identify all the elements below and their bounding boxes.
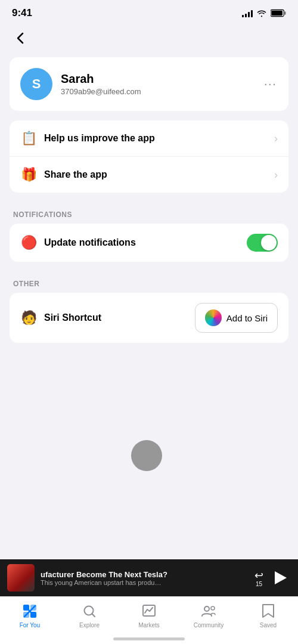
notifications-toggle[interactable] (247, 234, 278, 252)
share-icon: 🎁 (20, 167, 37, 182)
drag-handle[interactable] (131, 440, 162, 471)
replay-button[interactable]: ↩ 15 (254, 569, 263, 587)
help-chevron: › (274, 132, 278, 145)
siri-label: Siri Shortcut (44, 312, 101, 323)
profile-email: 3709ab9e@uifeed.com (61, 87, 141, 96)
svg-rect-1 (284, 11, 285, 15)
more-dots: ··· (264, 76, 277, 92)
share-label: Share the app (44, 169, 107, 180)
help-improve-item[interactable]: 📋 Help us improve the app › (10, 120, 288, 156)
back-button[interactable] (11, 29, 30, 48)
notification-icon: 🔴 (20, 235, 37, 250)
help-icon: 📋 (20, 131, 37, 146)
audio-info: ufacturer Become The Next Tesla? This yo… (41, 570, 249, 586)
header (0, 23, 298, 57)
wifi-icon (256, 9, 267, 17)
nav-item-saved[interactable]: Saved (238, 602, 298, 628)
nav-item-explore[interactable]: Explore (60, 602, 119, 628)
nav-label-saved: Saved (260, 622, 277, 628)
nav-label-community: Community (194, 622, 224, 628)
siri-shortcut-row: 🧑 Siri Shortcut Add to Siri (10, 293, 288, 343)
other-section-header: OTHER (0, 271, 298, 293)
share-app-item[interactable]: 🎁 Share the app › (10, 156, 288, 193)
help-label: Help us improve the app (44, 133, 155, 144)
profile-name: Sarah (61, 72, 141, 86)
notification-label: Update notifications (44, 237, 136, 248)
share-chevron: › (274, 169, 278, 181)
more-button[interactable]: ··· (259, 75, 278, 94)
status-bar: 9:41 (0, 0, 298, 23)
audio-title: ufacturer Become The Next Tesla? (41, 570, 249, 579)
profile-info: Sarah 3709ab9e@uifeed.com (61, 72, 141, 96)
for-you-icon (21, 603, 38, 620)
svg-point-13 (211, 606, 215, 610)
saved-icon (260, 603, 277, 620)
audio-subtitle: This young American upstart has produ… (41, 579, 249, 586)
nav-label-explore: Explore (79, 622, 100, 628)
siri-button-label: Add to Siri (226, 313, 268, 323)
replay-icon: ↩ (254, 569, 263, 582)
play-button[interactable] (271, 568, 291, 588)
home-indicator (113, 637, 185, 640)
markets-icon (141, 603, 157, 620)
siri-person-icon: 🧑 (20, 310, 37, 326)
svg-line-10 (92, 614, 95, 617)
play-icon (275, 571, 287, 584)
signal-icon (242, 9, 253, 17)
nav-label-markets: Markets (138, 622, 160, 628)
menu-card: 📋 Help us improve the app › 🎁 Share the … (10, 120, 288, 193)
avatar: S (20, 68, 52, 100)
add-to-siri-button[interactable]: Add to Siri (195, 303, 278, 333)
status-time: 9:41 (12, 7, 32, 19)
explore-icon (81, 603, 98, 620)
nav-item-for-you[interactable]: For You (0, 602, 60, 628)
profile-card: S Sarah 3709ab9e@uifeed.com ··· (10, 57, 288, 111)
community-icon (200, 603, 217, 620)
replay-count: 15 (256, 581, 262, 587)
nav-item-markets[interactable]: Markets (119, 602, 179, 628)
siri-orb-icon (205, 309, 222, 326)
update-notifications-row: 🔴 Update notifications (10, 224, 288, 262)
svg-rect-2 (271, 11, 283, 16)
profile-left: S Sarah 3709ab9e@uifeed.com (20, 68, 141, 100)
audio-player-banner: ufacturer Become The Next Tesla? This yo… (0, 559, 298, 596)
nav-label-for-you: For You (20, 622, 40, 628)
toggle-knob (261, 235, 277, 250)
notifications-section-header: NOTIFICATIONS (0, 202, 298, 224)
nav-item-community[interactable]: Community (179, 602, 238, 628)
audio-thumbnail (7, 564, 35, 592)
audio-controls: ↩ 15 (254, 568, 291, 588)
svg-point-12 (204, 606, 209, 611)
status-icons (242, 9, 286, 17)
bottom-navigation: For You Explore Markets (0, 596, 298, 644)
battery-icon (271, 9, 286, 17)
